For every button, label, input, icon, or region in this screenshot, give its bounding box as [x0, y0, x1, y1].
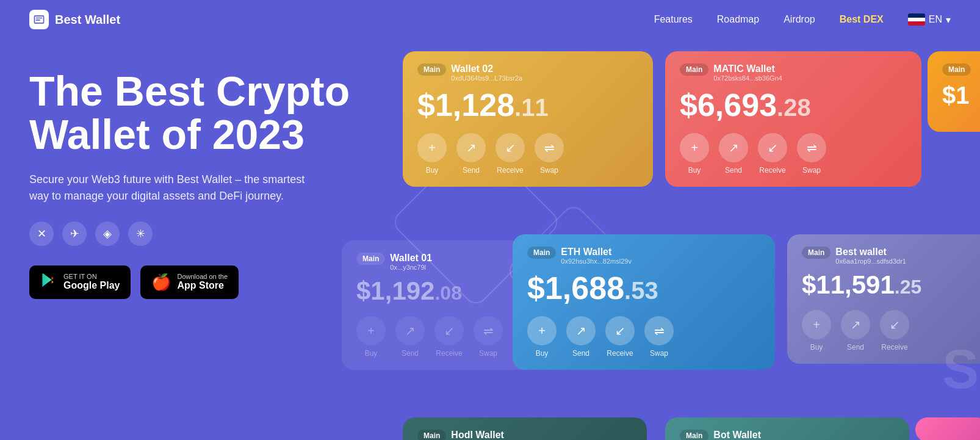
matic-actions: + Buy ↗ Send ↙ Receive ⇌ Swap: [680, 133, 907, 175]
social-icons: ✕ ✈ ◈ ✳: [29, 222, 371, 246]
wallet02-actions: + Buy ↗ Send ↙ Receive ⇌ Swap: [417, 133, 638, 175]
wallet02-swap[interactable]: ⇌ Swap: [535, 133, 564, 175]
wallet01-send: ↗ Send: [395, 316, 425, 358]
wallet02-buy[interactable]: + Buy: [417, 133, 447, 175]
best-buy-icon: +: [802, 310, 831, 339]
eth-swap[interactable]: ⇌ Swap: [644, 316, 674, 358]
best-header: Main Best wallet 0x6aa1rop9...sdfsd3dr1: [802, 247, 980, 265]
logo[interactable]: Best Wallet: [29, 10, 120, 29]
matic-buy-icon: +: [680, 133, 709, 162]
wallet02-swap-icon: ⇌: [535, 133, 564, 162]
best-receive-icon: ↙: [880, 310, 909, 339]
hodl-header: Main Hodl Wallet 0xPNFS53os...OLe72bsr: [417, 430, 632, 440]
apple-icon: 🍎: [151, 273, 171, 292]
wallet-card-matic: Main MATIC Wallet 0x72bsks84...sb36Gn4 $…: [665, 51, 921, 187]
nav-airdrop[interactable]: Airdrop: [784, 14, 815, 25]
matic-amount: $6,693.28: [680, 89, 907, 121]
wallet02-send-icon: ↗: [456, 133, 486, 162]
google-play-icon: [40, 272, 57, 293]
eth-badge: Main: [527, 247, 556, 259]
wallet01-receive-icon: ↙: [434, 316, 464, 345]
eth-buy-icon: +: [527, 316, 557, 345]
app-store-button[interactable]: 🍎 Download on the App Store: [140, 265, 239, 299]
matic-send-icon: ↗: [719, 133, 748, 162]
wallet02-receive-icon: ↙: [495, 133, 525, 162]
hero-left: The Best Crypto Wallet of 2023 Secure yo…: [29, 51, 371, 299]
asterisk-icon[interactable]: ✳: [128, 222, 153, 246]
matic-buy[interactable]: + Buy: [680, 133, 709, 175]
matic-badge: Main: [680, 63, 708, 76]
hodl-name: Hodl Wallet: [451, 430, 525, 440]
wallet01-swap: ⇌ Swap: [474, 316, 503, 358]
nav-roadmap[interactable]: Roadmap: [717, 14, 759, 25]
google-play-text: GET IT ON Google Play: [63, 273, 120, 291]
matic-swap-icon: ⇌: [797, 133, 826, 162]
hero-title: The Best Crypto Wallet of 2023: [29, 70, 371, 157]
best-send-icon: ↗: [841, 310, 870, 339]
bot-header: Main Bot Wallet 0xK83s5Tl...C83bs1T5: [680, 430, 895, 440]
app-buttons: GET IT ON Google Play 🍎 Download on the …: [29, 265, 371, 299]
wallet02-receive[interactable]: ↙ Receive: [495, 133, 525, 175]
orange-header: Main: [942, 63, 980, 76]
hero-subtitle: Secure your Web3 future with Best Wallet…: [29, 171, 322, 204]
wallet-card-hodl: Main Hodl Wallet 0xPNFS53os...OLe72bsr: [403, 417, 647, 440]
matic-addr: 0x72bsks84...sb36Gn4: [713, 74, 782, 82]
hodl-badge: Main: [417, 430, 446, 440]
nav-best-dex[interactable]: Best DEX: [840, 14, 884, 25]
bot-name: Bot Wallet: [713, 430, 782, 440]
language-selector[interactable]: EN ▾: [908, 13, 951, 26]
wallet-card-orange: Main $1: [928, 51, 980, 132]
bot-badge: Main: [680, 430, 708, 440]
wallet02-name-block: Wallet 02 0xdU364bs9...L73bsr2a: [451, 63, 522, 82]
eth-send-icon: ↗: [566, 316, 596, 345]
best-amount: $11,591.25: [802, 272, 980, 298]
nav-features[interactable]: Features: [654, 14, 693, 25]
google-play-button[interactable]: GET IT ON Google Play: [29, 265, 131, 299]
wallet02-addr: 0xdU364bs9...L73bsr2a: [451, 74, 522, 82]
eth-swap-icon: ⇌: [644, 316, 674, 345]
chevron-down-icon: ▾: [946, 14, 951, 26]
wallet-card-eth: Main ETH Wallet 0x92hsu3hx...82msl29v $1…: [513, 234, 775, 370]
hodl-name-block: Hodl Wallet 0xPNFS53os...OLe72bsr: [451, 430, 525, 440]
eth-receive-icon: ↙: [605, 316, 635, 345]
best-actions: + Buy ↗ Send ↙ Receive: [802, 310, 980, 352]
app-store-text: Download on the App Store: [177, 273, 228, 291]
x-twitter-icon[interactable]: ✕: [29, 222, 54, 246]
wallet02-buy-icon: +: [417, 133, 447, 162]
wallet01-buy-icon: +: [356, 316, 386, 345]
wallet02-name: Wallet 02: [451, 63, 522, 74]
best-receive: ↙ Receive: [880, 310, 909, 352]
wallet02-badge: Main: [417, 63, 446, 76]
wallet01-receive: ↙ Receive: [434, 316, 464, 358]
best-badge: Main: [802, 247, 830, 259]
matic-swap[interactable]: ⇌ Swap: [797, 133, 826, 175]
wallet-card-best: Main Best wallet 0x6aa1rop9...sdfsd3dr1 …: [787, 234, 980, 364]
matic-header: Main MATIC Wallet 0x72bsks84...sb36Gn4: [680, 63, 907, 82]
wallet02-header: Main Wallet 02 0xdU364bs9...L73bsr2a: [417, 63, 638, 82]
eth-actions: + Buy ↗ Send ↙ Receive ⇌ Swap: [527, 316, 760, 358]
wallet01-send-icon: ↗: [395, 316, 425, 345]
eth-addr: 0x92hsu3hx...82msl29v: [561, 258, 632, 265]
eth-header: Main ETH Wallet 0x92hsu3hx...82msl29v: [527, 247, 760, 265]
telegram-icon[interactable]: ✈: [62, 222, 87, 246]
wallet02-send[interactable]: ↗ Send: [456, 133, 486, 175]
logo-text: Best Wallet: [55, 13, 120, 27]
matic-name-block: MATIC Wallet 0x72bsks84...sb36Gn4: [713, 63, 782, 82]
eth-send[interactable]: ↗ Send: [566, 316, 596, 358]
wallet01-name-block: Wallet 01 0x...y3nc79l: [390, 253, 432, 271]
discord-icon[interactable]: ◈: [95, 222, 120, 246]
wallet01-addr: 0x...y3nc79l: [390, 264, 432, 271]
eth-receive[interactable]: ↙ Receive: [605, 316, 635, 358]
best-addr: 0x6aa1rop9...sdfsd3dr1: [835, 258, 906, 265]
best-buy: + Buy: [802, 310, 831, 352]
orange-amount: $1: [942, 83, 980, 107]
eth-buy[interactable]: + Buy: [527, 316, 557, 358]
navigation: Best Wallet Features Roadmap Airdrop Bes…: [0, 0, 980, 39]
matic-receive[interactable]: ↙ Receive: [758, 133, 787, 175]
best-send: ↗ Send: [841, 310, 870, 352]
wallet01-buy: + Buy: [356, 316, 386, 358]
matic-name: MATIC Wallet: [713, 63, 782, 74]
hero-section: The Best Crypto Wallet of 2023 Secure yo…: [0, 39, 980, 299]
best-name: Best wallet: [835, 247, 906, 258]
matic-send[interactable]: ↗ Send: [719, 133, 748, 175]
